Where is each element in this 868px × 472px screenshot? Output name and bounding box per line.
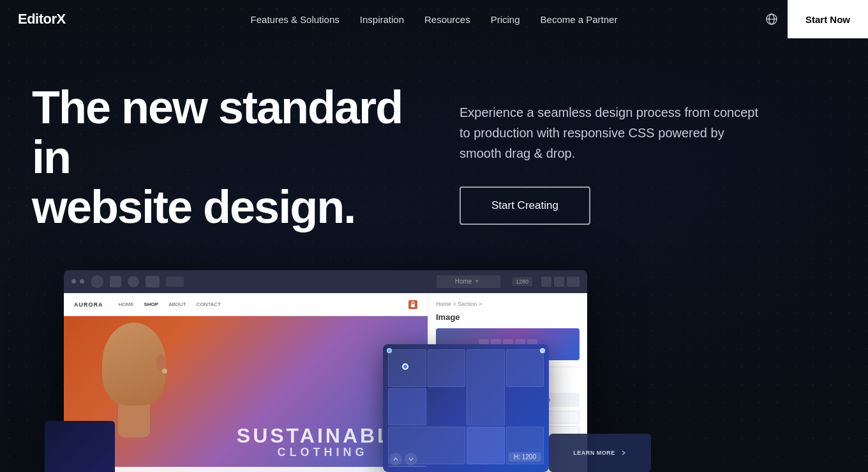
navigation: EditorX Features & Solutions Inspiration… [0, 0, 868, 38]
nav-link-resources[interactable]: Resources [424, 14, 470, 25]
toolbar-icon-3 [128, 276, 139, 287]
arrow-right-icon [620, 450, 627, 456]
nav-left: EditorX [0, 11, 66, 27]
website-nav-contact: CONTACT [197, 301, 221, 307]
lock-icon [408, 300, 417, 309]
grid-cell-2 [428, 349, 466, 387]
nav-center: Features & Solutions Inspiration Resourc… [251, 14, 618, 25]
hero-headline-line1: The new standard in [32, 82, 402, 183]
h-value: H: 1200 [514, 453, 536, 461]
panel-section-title: Image [436, 312, 580, 322]
learn-more-text[interactable]: LEARN MORE [573, 450, 615, 456]
hero-headline: The new standard in website design. [32, 83, 408, 232]
resize-indicator-tr [540, 348, 545, 353]
toolbar-size-display: 1280 [512, 277, 532, 286]
nav-link-inspiration[interactable]: Inspiration [360, 14, 404, 25]
undo-icon[interactable] [541, 277, 551, 287]
toolbar-url-bar[interactable]: Home ▼ [437, 275, 500, 288]
toolbar-resolution: 1280 [516, 278, 528, 285]
website-nav-about: ABOUT [168, 301, 186, 307]
grid-cell-4 [506, 349, 544, 387]
logo-x: X [57, 11, 66, 27]
learn-more-panel: LEARN MORE [549, 434, 651, 472]
nav-link-pricing[interactable]: Pricing [491, 14, 520, 25]
start-creating-button[interactable]: Start Creating [460, 187, 590, 225]
website-hero-image: SUSTAINABLE CLOTHING YOUR CART Plain Uni… [64, 316, 428, 472]
panel-breadcrumb: Home > Section > [436, 301, 580, 307]
resize-dot[interactable] [402, 363, 408, 370]
arrow-controls [389, 453, 417, 466]
logo: EditorX [18, 11, 66, 27]
website-nav-links: HOME SHOP ABOUT CONTACT [119, 301, 221, 307]
toolbar-icon-5 [166, 277, 184, 287]
right-floating-panel: H: 1200 [383, 344, 549, 472]
height-label-display: H: 1200 [509, 452, 541, 462]
earring [162, 369, 167, 374]
hero-description: Experience a seamless design process fro… [460, 102, 766, 164]
cart-bar: YOUR CART Plain Unisex T-shirt- Peach 01… [64, 467, 428, 472]
editor-mockup: Home ▼ 1280 AURORA [64, 270, 587, 472]
grid-cell-7 [467, 427, 505, 464]
hero-headline-line2: website design. [32, 181, 355, 232]
toolbar-dot-2 [80, 279, 84, 284]
resize-indicator-tl [387, 348, 392, 353]
website-nav-home: HOME [119, 301, 134, 307]
toolbar-icon-2 [110, 276, 121, 287]
svg-rect-3 [411, 304, 415, 307]
redo-icon[interactable] [554, 277, 564, 287]
grid-cell-3 [467, 349, 505, 425]
website-nav-shop: SHOP [144, 301, 159, 307]
down-arrow-btn[interactable] [405, 453, 417, 466]
grid-cell-9 [388, 466, 426, 467]
logo-editor: Editor [18, 11, 57, 27]
grid-cell-5 [388, 388, 426, 426]
editor-toolbar: Home ▼ 1280 [64, 270, 587, 293]
toolbar-icon-1 [91, 275, 103, 288]
more-icon[interactable] [567, 277, 580, 287]
nav-link-features[interactable]: Features & Solutions [251, 14, 340, 25]
language-selector-button[interactable] [756, 0, 788, 38]
toolbar-right-icons [541, 277, 580, 287]
toolbar-url-text: Home [455, 278, 472, 285]
website-preview: AURORA HOME SHOP ABOUT CONTACT [64, 293, 428, 472]
hero-section: The new standard in website design. Expe… [0, 0, 868, 472]
website-nav-bar: AURORA HOME SHOP ABOUT CONTACT [64, 293, 428, 316]
nav-right: Start Now [756, 0, 868, 38]
website-logo: AURORA [74, 301, 103, 308]
left-decorative-panel [45, 421, 115, 472]
toolbar-icon-4 [146, 276, 160, 287]
up-arrow-btn[interactable] [389, 453, 402, 466]
toolbar-dot-1 [71, 279, 76, 284]
nav-link-partner[interactable]: Become a Partner [541, 14, 618, 25]
start-now-button[interactable]: Start Now [788, 0, 868, 38]
